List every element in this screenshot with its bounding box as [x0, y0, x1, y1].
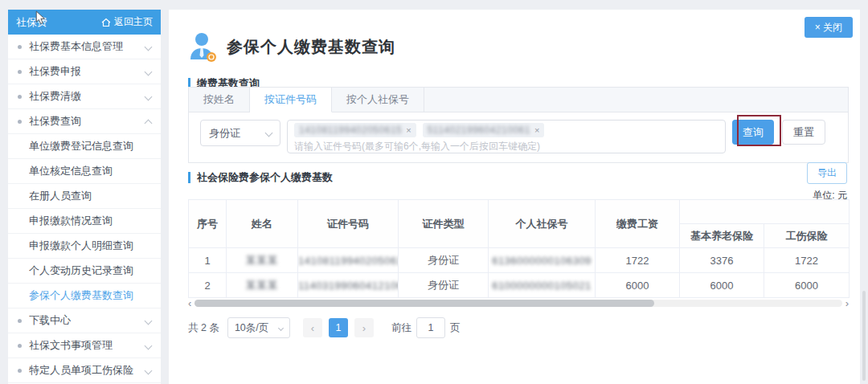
scroll-left-icon[interactable]: ‹ — [188, 298, 191, 308]
bullet-icon — [18, 70, 22, 74]
chevron-down-icon — [278, 325, 284, 330]
id-number-input[interactable]: 141081199402050615 × 511402199604210061 … — [287, 120, 726, 153]
col-header-pension: 基本养老保险 — [680, 224, 764, 248]
pagination-total: 共 2 条 — [188, 321, 219, 335]
export-button[interactable]: 导出 — [807, 162, 847, 184]
sidebar: 社保费 返回主页 社保费基本信息管理 社保费申报 社保费清缴 社保费查询 单位缴… — [8, 10, 161, 384]
cell-wage: 1722 — [596, 248, 680, 273]
goto-label: 前往 — [391, 321, 411, 335]
scroll-right-icon[interactable]: › — [845, 298, 849, 308]
chevron-down-icon — [145, 43, 153, 51]
tab-by-id-number[interactable]: 按证件号码 — [250, 88, 332, 112]
cell-id-type: 身份证 — [399, 273, 489, 298]
cell-pension: 6000 — [680, 273, 764, 298]
home-icon — [101, 18, 111, 27]
sidebar-item-label: 参保个人缴费基数查询 — [29, 288, 151, 303]
sidebar-item-label: 社保费清缴 — [29, 89, 141, 104]
sidebar-item-label: 申报缴款个人明细查询 — [29, 239, 151, 253]
bullet-icon — [18, 344, 22, 348]
tab-by-name[interactable]: 按姓名 — [189, 88, 250, 112]
result-table: 序号 姓名 证件号码 证件类型 个人社保号 缴费工资 基本养老保险 工伤保险 1… — [188, 199, 850, 298]
scrollbar-track[interactable] — [194, 300, 841, 307]
bullet-icon — [18, 369, 22, 373]
id-tag-list: 141081199402050615 × 511402199604210061 … — [294, 123, 719, 137]
chevron-down-icon — [145, 366, 153, 374]
sidebar-item-label: 个人变动历史记录查询 — [29, 263, 151, 278]
sidebar-item-special-injury-insurance[interactable]: 特定人员单项工伤保险 — [8, 358, 161, 383]
bullet-icon — [18, 45, 22, 49]
search-button[interactable]: 查询 — [732, 120, 774, 145]
id-input-hint: 请输入证件号码(最多可输6个,每输入一个后按回车键确定) — [294, 140, 719, 153]
prev-page-button[interactable]: ‹ — [303, 318, 322, 337]
table-row[interactable]: 1 某某某 141081199402050615 身份证 61360000001… — [189, 248, 850, 273]
sidebar-item-label: 社保文书事项管理 — [29, 338, 141, 353]
cell-injury: 1722 — [764, 248, 850, 273]
sidebar-item-download-center[interactable]: 下载中心 — [8, 308, 161, 333]
sidebar-item-declare[interactable]: 社保费申报 — [8, 59, 161, 84]
page-size-select[interactable]: 10条/页 — [227, 317, 290, 338]
table-row[interactable]: 2 某某某 114031990604121061 身份证 61000000001… — [189, 273, 850, 298]
col-header-insurance-group — [680, 200, 850, 224]
sidebar-item-label: 特定人员单项工伤保险 — [29, 363, 141, 378]
chevron-down-icon — [145, 67, 153, 76]
sidebar-header: 社保费 返回主页 — [8, 10, 161, 35]
tab-by-ssn[interactable]: 按个人社保号 — [332, 88, 424, 112]
next-page-button[interactable]: › — [354, 318, 374, 337]
sidebar-title: 社保费 — [16, 15, 47, 30]
col-header-seq: 序号 — [189, 200, 227, 248]
chevron-down-icon — [145, 341, 153, 349]
page-title-row: 参保个人缴费基数查询 — [188, 31, 395, 63]
sidebar-item-unit-verify-query[interactable]: 单位核定信息查询 — [8, 159, 161, 184]
cell-name-masked: 某某某 — [246, 279, 279, 291]
id-type-select[interactable]: 身份证 — [200, 120, 280, 146]
pagination: 共 2 条 10条/页 ‹ 1 › 前往 页 — [188, 317, 460, 338]
sidebar-item-insured-personal-base-query[interactable]: 参保个人缴费基数查询 — [8, 284, 161, 308]
chevron-down-icon — [145, 92, 153, 100]
cell-ssn-masked: 6136000000106309 — [492, 255, 592, 267]
cell-wage: 6000 — [596, 273, 680, 298]
id-tag-value-masked: 141081199402050615 — [299, 125, 402, 136]
col-header-id-number: 证件号码 — [298, 200, 399, 248]
bullet-icon — [18, 319, 22, 323]
sidebar-item-declare-payment-status-query[interactable]: 申报缴款情况查询 — [8, 209, 161, 234]
goto-page-input[interactable] — [416, 317, 445, 338]
sidebar-item-unit-payment-reg-query[interactable]: 单位缴费登记信息查询 — [8, 134, 161, 159]
cell-injury: 6000 — [764, 273, 850, 298]
tag-close-icon[interactable]: × — [534, 126, 539, 135]
return-home-link[interactable]: 返回主页 — [101, 15, 153, 29]
col-header-name: 姓名 — [227, 200, 298, 248]
cell-seq: 1 — [189, 248, 227, 273]
sidebar-item-personal-change-history-query[interactable]: 个人变动历史记录查询 — [8, 259, 161, 284]
result-section-heading-label: 社会保险费参保个人缴费基数 — [197, 170, 333, 185]
page-size-value: 10条/页 — [235, 321, 268, 335]
cell-id-number-masked: 114031990604121061 — [298, 280, 399, 292]
query-content: 身份证 141081199402050615 × 511402199604210… — [189, 112, 848, 162]
close-button[interactable]: × 关闭 — [805, 17, 853, 38]
sidebar-item-label: 社保费查询 — [29, 114, 141, 129]
id-tag-value-masked: 511402199604210061 — [428, 125, 530, 136]
sidebar-item-registered-person-query[interactable]: 在册人员查询 — [8, 184, 161, 209]
scrollbar-thumb[interactable] — [194, 300, 654, 307]
result-section-heading: 社会保险费参保个人缴费基数 — [188, 170, 333, 185]
horizontal-scrollbar: ‹ › — [188, 298, 849, 308]
sidebar-item-document-management[interactable]: 社保文书事项管理 — [8, 333, 161, 358]
col-header-id-type: 证件类型 — [399, 200, 489, 248]
bullet-icon — [18, 120, 22, 124]
sidebar-item-declare-payment-detail-query[interactable]: 申报缴款个人明细查询 — [8, 234, 161, 259]
sidebar-item-settle[interactable]: 社保费清缴 — [8, 84, 161, 109]
query-box: 按姓名 按证件号码 按个人社保号 身份证 141081199402050615 … — [188, 87, 849, 163]
cell-seq: 2 — [189, 273, 227, 298]
goto-page-unit: 页 — [450, 321, 461, 335]
sidebar-item-query-group[interactable]: 社保费查询 — [8, 109, 161, 134]
page-title: 参保个人缴费基数查询 — [227, 36, 395, 58]
page-number-1[interactable]: 1 — [329, 318, 348, 337]
sidebar-item-label: 社保费申报 — [29, 64, 141, 79]
tag-close-icon[interactable]: × — [406, 126, 411, 135]
sidebar-item-basic-info[interactable]: 社保费基本信息管理 — [8, 35, 161, 59]
sidebar-item-label: 申报缴款情况查询 — [29, 214, 151, 228]
reset-button[interactable]: 重置 — [782, 120, 825, 145]
page-vertical-scrollbar[interactable] — [862, 291, 866, 381]
person-icon — [188, 31, 219, 63]
heading-bar-icon — [188, 172, 190, 183]
id-tag: 141081199402050615 × — [294, 123, 416, 137]
